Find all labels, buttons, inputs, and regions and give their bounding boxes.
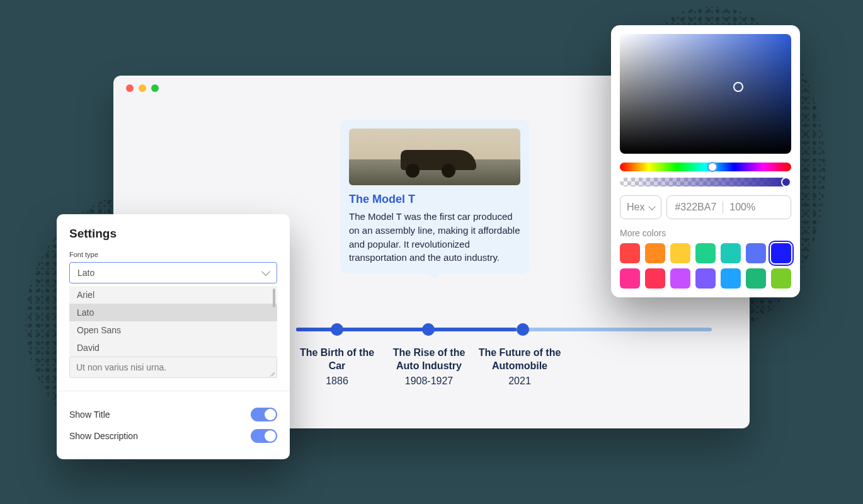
card-description: The Model T was the first car produced o… (349, 210, 520, 265)
minimize-icon[interactable] (139, 84, 146, 92)
scrollbar[interactable] (273, 289, 275, 307)
font-type-select[interactable]: Lato (69, 262, 277, 284)
description-textarea[interactable]: Ut non varius nisi urna. (69, 357, 277, 378)
timeline-labels: The Birth of the Car 1886 The Rise of th… (296, 346, 712, 387)
color-swatch[interactable] (771, 243, 791, 263)
color-picker-panel: Hex #322BA7 100% More colors (611, 25, 800, 297)
font-type-value: Lato (77, 268, 94, 278)
color-format-select[interactable]: Hex (620, 195, 661, 219)
divider (723, 201, 723, 214)
timeline-item-year: 2021 (476, 375, 563, 387)
more-colors-label: More colors (620, 228, 791, 238)
color-swatch[interactable] (620, 268, 640, 289)
timeline-point-3[interactable] (517, 323, 529, 336)
opacity-value: 100% (729, 202, 755, 213)
show-description-label: Show Description (69, 431, 138, 441)
show-description-toggle[interactable] (251, 429, 277, 443)
show-title-toggle[interactable] (251, 408, 277, 421)
timeline-item[interactable]: The Birth of the Car 1886 (290, 346, 384, 387)
textarea-value: Ut non varius nisi urna. (76, 362, 166, 372)
color-swatch[interactable] (695, 268, 716, 289)
color-swatch[interactable] (620, 243, 640, 263)
show-title-row: Show Title (69, 404, 277, 425)
timeline-item-title: The Future of the Automobile (476, 346, 563, 373)
timeline-track[interactable] (296, 328, 712, 331)
color-swatch[interactable] (670, 243, 690, 263)
font-type-label: Font type (69, 251, 277, 258)
hex-value: #322BA7 (675, 202, 716, 213)
timeline-point-1[interactable] (331, 323, 343, 336)
timeline-item[interactable]: The Future of the Automobile 2021 (472, 346, 567, 387)
timeline-tooltip: The Model T The Model T was the first ca… (340, 120, 529, 273)
color-swatch[interactable] (695, 243, 716, 263)
font-option[interactable]: Open Sans (69, 321, 277, 339)
color-swatch[interactable] (645, 268, 665, 289)
card-title: The Model T (349, 193, 520, 206)
color-swatch[interactable] (771, 268, 791, 289)
color-swatch[interactable] (721, 243, 741, 263)
font-option[interactable]: Lato (69, 304, 277, 321)
color-swatches (620, 243, 791, 289)
timeline-item-title: The Rise of the Auto Industry (386, 346, 472, 373)
resize-handle-icon[interactable] (269, 370, 275, 376)
hex-input[interactable]: #322BA7 100% (666, 195, 791, 219)
hue-slider[interactable] (620, 163, 791, 171)
font-type-dropdown: Ariel Lato Open Sans David (69, 286, 277, 357)
color-format-value: Hex (627, 202, 644, 213)
font-option[interactable]: David (69, 339, 277, 357)
card-image (349, 129, 520, 185)
settings-title: Settings (69, 227, 277, 241)
divider (57, 391, 290, 391)
chevron-down-icon (649, 203, 656, 210)
color-swatch[interactable] (670, 268, 690, 289)
maximize-icon[interactable] (151, 84, 159, 92)
close-icon[interactable] (126, 84, 134, 92)
gradient-cursor[interactable] (733, 82, 743, 92)
color-swatch[interactable] (645, 243, 665, 263)
color-swatch[interactable] (746, 243, 766, 263)
alpha-slider[interactable] (620, 178, 791, 186)
timeline-item-year: 1908-1927 (386, 375, 472, 387)
color-swatch[interactable] (721, 268, 741, 289)
font-option[interactable]: Ariel (69, 286, 277, 304)
hue-cursor[interactable] (707, 162, 717, 172)
color-inputs: Hex #322BA7 100% (620, 195, 791, 219)
timeline-item[interactable]: The Rise of the Auto Industry 1908-1927 (382, 346, 476, 387)
timeline-point-2[interactable] (422, 323, 435, 336)
color-gradient-field[interactable] (620, 34, 791, 154)
timeline-item-title: The Birth of the Car (294, 346, 380, 373)
show-title-label: Show Title (69, 410, 110, 420)
settings-panel: Settings Font type Lato Ariel Lato Open … (57, 214, 290, 459)
alpha-cursor[interactable] (781, 177, 791, 187)
show-description-row: Show Description (69, 425, 277, 447)
chevron-down-icon (261, 267, 270, 276)
color-swatch[interactable] (746, 268, 766, 289)
timeline-item-year: 1886 (294, 375, 380, 387)
